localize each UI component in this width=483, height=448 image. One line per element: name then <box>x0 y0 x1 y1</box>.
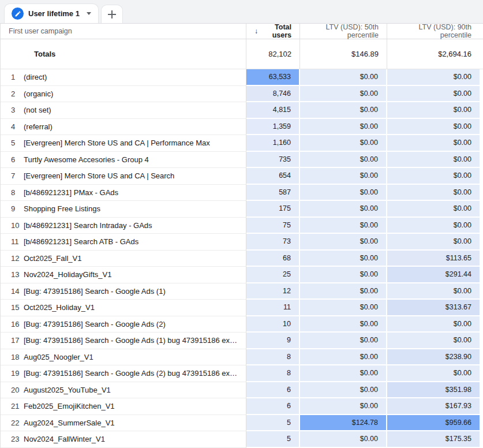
table-row[interactable]: 16 [Bug: 473915186] Search - Google Ads … <box>1 316 483 333</box>
table-row[interactable]: 22 Aug2024_SummerSale_V1 5 $124.78 $959.… <box>1 415 483 432</box>
table-row[interactable]: 9 Shopping Free Listings 175 $0.00 $0.00 <box>1 201 483 218</box>
ltv-90th-cell[interactable]: $0.00 <box>387 316 480 333</box>
campaign-cell[interactable]: 7 [Evergreen] Merch Store US and CA | Se… <box>1 168 246 185</box>
table-row[interactable]: 20 August2025_YouTube_V1 6 $0.00 $351.98 <box>1 382 483 399</box>
ltv-50th-cell[interactable]: $124.78 <box>300 415 387 432</box>
table-row[interactable]: 21 Feb2025_EmojiKitchen_V1 6 $0.00 $167.… <box>1 398 483 415</box>
total-users-cell[interactable]: 4,815 <box>246 102 300 119</box>
campaign-cell[interactable]: 9 Shopping Free Listings <box>1 201 246 218</box>
table-row[interactable]: 13 Nov2024_HolidayGifts_V1 25 $0.00 $291… <box>1 267 483 283</box>
tab-user-lifetime[interactable]: User lifetime 1 <box>4 3 99 23</box>
table-row[interactable]: 12 Oct2025_Fall_V1 68 $0.00 $113.65 <box>1 251 483 267</box>
total-users-cell[interactable]: 25 <box>246 267 300 283</box>
table-row[interactable]: 1 (direct) 63,533 $0.00 $0.00 <box>1 69 483 86</box>
ltv-50th-cell[interactable]: $0.00 <box>300 251 387 267</box>
total-users-cell[interactable]: 175 <box>246 201 300 218</box>
column-header-ltv-50th[interactable]: LTV (USD): 50th percentile <box>300 24 387 39</box>
table-row[interactable]: 15 Oct2025_Holiday_V1 11 $0.00 $313.67 <box>1 300 483 316</box>
table-row[interactable]: 19 [Bug: 473915186] Search - Google Ads … <box>1 365 483 382</box>
table-row[interactable]: 17 [Bug: 473915186] Search - Google Ads … <box>1 333 483 349</box>
ltv-90th-cell[interactable]: $0.00 <box>387 218 480 234</box>
total-users-cell[interactable]: 6 <box>246 398 300 415</box>
campaign-cell[interactable]: 4 (referral) <box>1 119 246 136</box>
ltv-90th-cell[interactable]: $0.00 <box>387 283 480 300</box>
ltv-90th-cell[interactable]: $175.35 <box>387 431 480 448</box>
table-row[interactable]: 4 (referral) 1,359 $0.00 $0.00 <box>1 119 483 136</box>
ltv-90th-cell[interactable]: $0.00 <box>387 333 480 349</box>
table-row[interactable]: 23 Nov2024_FallWinter_V1 5 $0.00 $175.35 <box>1 431 483 448</box>
total-users-cell[interactable]: 11 <box>246 300 300 316</box>
campaign-cell[interactable]: 10 [b/486921231] Search Intraday - GAds <box>1 218 246 234</box>
ltv-50th-cell[interactable]: $0.00 <box>300 349 387 366</box>
ltv-90th-cell[interactable]: $0.00 <box>387 86 480 103</box>
ltv-90th-cell[interactable]: $0.00 <box>387 185 480 201</box>
campaign-cell[interactable]: 20 August2025_YouTube_V1 <box>1 382 246 399</box>
table-row[interactable]: 3 (not set) 4,815 $0.00 $0.00 <box>1 102 483 119</box>
campaign-cell[interactable]: 2 (organic) <box>1 86 246 103</box>
table-row[interactable]: 14 [Bug: 473915186] Search - Google Ads … <box>1 283 483 300</box>
ltv-50th-cell[interactable]: $0.00 <box>300 333 387 349</box>
ltv-90th-cell[interactable]: $113.65 <box>387 251 480 267</box>
total-users-cell[interactable]: 5 <box>246 415 300 432</box>
campaign-cell[interactable]: 22 Aug2024_SummerSale_V1 <box>1 415 246 432</box>
ltv-90th-cell[interactable]: $0.00 <box>387 135 480 152</box>
table-row[interactable]: 11 [b/486921231] Search ATB - GAds 73 $0… <box>1 234 483 251</box>
add-tab-button[interactable] <box>101 5 123 23</box>
campaign-cell[interactable]: 11 [b/486921231] Search ATB - GAds <box>1 234 246 251</box>
campaign-cell[interactable]: 15 Oct2025_Holiday_V1 <box>1 300 246 316</box>
ltv-50th-cell[interactable]: $0.00 <box>300 300 387 316</box>
column-header-total-users[interactable]: ↓ Total users <box>246 24 300 39</box>
campaign-cell[interactable]: 23 Nov2024_FallWinter_V1 <box>1 431 246 448</box>
campaign-cell[interactable]: 6 Turtly Awesome Accesories - Group 4 <box>1 152 246 169</box>
ltv-90th-cell[interactable]: $0.00 <box>387 152 480 169</box>
total-users-cell[interactable]: 8 <box>246 365 300 382</box>
campaign-cell[interactable]: 5 [Evergreen] Merch Store US and CA | Pe… <box>1 135 246 152</box>
ltv-90th-cell[interactable]: $0.00 <box>387 201 480 218</box>
total-users-cell[interactable]: 12 <box>246 283 300 300</box>
total-users-cell[interactable]: 8 <box>246 349 300 366</box>
ltv-50th-cell[interactable]: $0.00 <box>300 283 387 300</box>
ltv-50th-cell[interactable]: $0.00 <box>300 365 387 382</box>
ltv-90th-cell[interactable]: $313.67 <box>387 300 480 316</box>
ltv-50th-cell[interactable]: $0.00 <box>300 431 387 448</box>
table-row[interactable]: 8 [b/486921231] PMax - GAds 587 $0.00 $0… <box>1 185 483 201</box>
campaign-cell[interactable]: 18 Aug025_Noogler_V1 <box>1 349 246 366</box>
table-row[interactable]: 5 [Evergreen] Merch Store US and CA | Pe… <box>1 135 483 152</box>
ltv-50th-cell[interactable]: $0.00 <box>300 102 387 119</box>
ltv-90th-cell[interactable]: $238.90 <box>387 349 480 366</box>
ltv-90th-cell[interactable]: $959.66 <box>387 415 480 432</box>
campaign-cell[interactable]: 21 Feb2025_EmojiKitchen_V1 <box>1 398 246 415</box>
campaign-cell[interactable]: 8 [b/486921231] PMax - GAds <box>1 185 246 201</box>
ltv-50th-cell[interactable]: $0.00 <box>300 152 387 169</box>
ltv-90th-cell[interactable]: $0.00 <box>387 119 480 136</box>
campaign-cell[interactable]: 17 [Bug: 473915186] Search - Google Ads … <box>1 333 246 349</box>
table-row[interactable]: 7 [Evergreen] Merch Store US and CA | Se… <box>1 168 483 185</box>
total-users-cell[interactable]: 9 <box>246 333 300 349</box>
column-header-ltv-90th[interactable]: LTV (USD): 90th percentile <box>387 24 480 39</box>
ltv-50th-cell[interactable]: $0.00 <box>300 86 387 103</box>
total-users-cell[interactable]: 1,359 <box>246 119 300 136</box>
table-row[interactable]: 10 [b/486921231] Search Intraday - GAds … <box>1 218 483 234</box>
ltv-90th-cell[interactable]: $0.00 <box>387 234 480 251</box>
total-users-cell[interactable]: 75 <box>246 218 300 234</box>
total-users-cell[interactable]: 63,533 <box>246 69 300 86</box>
campaign-cell[interactable]: 16 [Bug: 473915186] Search - Google Ads … <box>1 316 246 333</box>
campaign-cell[interactable]: 19 [Bug: 473915186] Search - Google Ads … <box>1 365 246 382</box>
campaign-cell[interactable]: 13 Nov2024_HolidayGifts_V1 <box>1 267 246 283</box>
ltv-50th-cell[interactable]: $0.00 <box>300 168 387 185</box>
ltv-50th-cell[interactable]: $0.00 <box>300 135 387 152</box>
ltv-90th-cell[interactable]: $351.98 <box>387 382 480 399</box>
ltv-90th-cell[interactable]: $0.00 <box>387 69 480 86</box>
ltv-50th-cell[interactable]: $0.00 <box>300 382 387 399</box>
ltv-50th-cell[interactable]: $0.00 <box>300 119 387 136</box>
table-row[interactable]: 2 (organic) 8,746 $0.00 $0.00 <box>1 86 483 103</box>
total-users-cell[interactable]: 735 <box>246 152 300 169</box>
ltv-50th-cell[interactable]: $0.00 <box>300 185 387 201</box>
campaign-cell[interactable]: 12 Oct2025_Fall_V1 <box>1 251 246 267</box>
table-row[interactable]: 6 Turtly Awesome Accesories - Group 4 73… <box>1 152 483 169</box>
total-users-cell[interactable]: 6 <box>246 382 300 399</box>
campaign-cell[interactable]: 14 [Bug: 473915186] Search - Google Ads … <box>1 283 246 300</box>
total-users-cell[interactable]: 654 <box>246 168 300 185</box>
ltv-90th-cell[interactable]: $167.93 <box>387 398 480 415</box>
total-users-cell[interactable]: 5 <box>246 431 300 448</box>
